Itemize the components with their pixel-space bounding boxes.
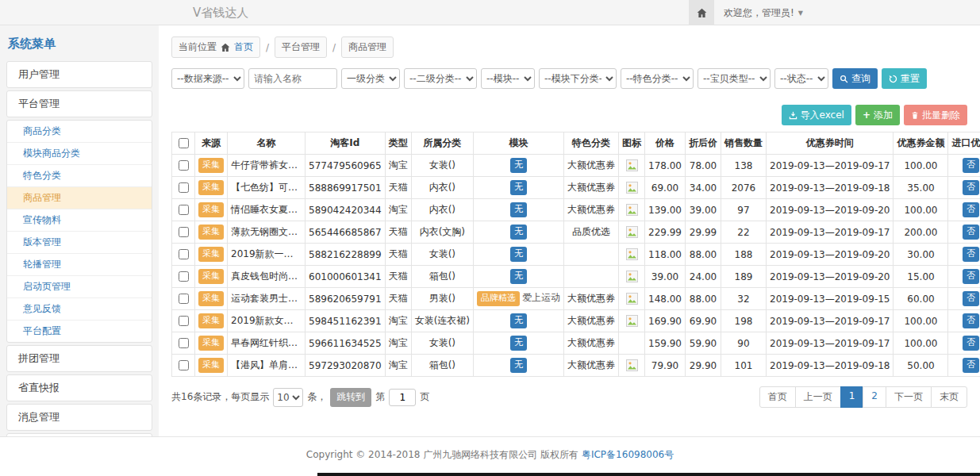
reset-button[interactable]: 重置: [882, 68, 927, 89]
refresh-icon: [889, 75, 897, 83]
breadcrumb-location-label: 当前位置: [179, 40, 217, 54]
row-checkbox[interactable]: [179, 182, 189, 193]
header-home-button[interactable]: [689, 0, 714, 25]
module-badge[interactable]: 无: [510, 202, 527, 217]
import-excel-button[interactable]: 导入excel: [782, 105, 851, 125]
row-checkbox[interactable]: [179, 227, 189, 237]
sidebar-subitem[interactable]: 商品分类: [7, 121, 152, 143]
module-badge[interactable]: 无: [510, 358, 527, 372]
sidebar-item[interactable]: 省直快报: [6, 374, 152, 401]
sidebar-subitem[interactable]: 特色分类: [7, 165, 152, 187]
row-checkbox[interactable]: [179, 249, 189, 259]
import-select-toggle[interactable]: 否: [963, 291, 979, 305]
product-image-icon: [626, 226, 638, 238]
name-search-input[interactable]: [248, 68, 337, 89]
module-badge[interactable]: 无: [510, 269, 527, 283]
module-badge[interactable]: 品牌精选: [477, 291, 520, 305]
import-select-toggle[interactable]: 否: [963, 358, 979, 372]
sidebar-item[interactable]: 拼团管理: [6, 345, 152, 372]
row-checkbox[interactable]: [179, 360, 189, 370]
sidebar-subitem[interactable]: 轮播管理: [7, 254, 152, 276]
sidebar-subitem[interactable]: 平台配置: [7, 321, 152, 342]
sales-count: 97: [721, 199, 767, 221]
pagination-button[interactable]: 1: [840, 386, 864, 408]
product-type: 天猫: [385, 177, 411, 199]
icp-link[interactable]: 粤ICP备16098006号: [582, 449, 674, 460]
import-select-toggle[interactable]: 否: [963, 336, 979, 350]
bottom-bar: [317, 473, 980, 476]
coupon-amount: 15.00: [894, 266, 948, 288]
pagination-button[interactable]: 首页: [759, 386, 796, 408]
row-checkbox[interactable]: [179, 294, 189, 304]
module-badge[interactable]: 无: [510, 336, 527, 350]
sidebar-subitem[interactable]: 宣传物料: [7, 209, 152, 232]
row-checkbox[interactable]: [179, 271, 189, 282]
discount-price: 29.99: [686, 221, 721, 244]
select-all-checkbox[interactable]: [179, 138, 189, 148]
coupon-amount: 50.00: [894, 355, 948, 377]
filter-select[interactable]: 一级分类: [341, 68, 400, 89]
coupon-amount: 200.00: [894, 221, 948, 244]
sidebar-subitem[interactable]: 模块商品分类: [7, 143, 152, 165]
source-badge: 采集: [198, 202, 224, 217]
taoke-id: 601000601341: [306, 266, 386, 288]
breadcrumb: 当前位置 首页 / 平台管理 / 商品管理: [171, 36, 967, 58]
breadcrumb-item-platform[interactable]: 平台管理: [275, 36, 327, 58]
data-source-select[interactable]: --数据来源--: [171, 68, 244, 89]
import-select-toggle[interactable]: 否: [963, 225, 979, 239]
user-menu[interactable]: 欢迎您，管理员! ▼: [714, 6, 813, 20]
sidebar-item[interactable]: 用户管理: [6, 61, 152, 88]
module-badge[interactable]: 无: [510, 158, 527, 172]
discount-price: 24.00: [686, 266, 721, 288]
pagination-button[interactable]: 上一页: [795, 386, 841, 408]
batch-delete-button[interactable]: 批量删除: [904, 105, 967, 125]
filter-select[interactable]: --模块下分类--: [539, 68, 617, 89]
sidebar-subitem[interactable]: 启动页管理: [7, 276, 152, 298]
sidebar-item[interactable]: 平台管理: [6, 90, 152, 117]
sidebar-item[interactable]: 消息管理: [6, 404, 152, 431]
filter-select[interactable]: --宝贝类型--: [698, 68, 771, 89]
import-select-toggle[interactable]: 否: [963, 202, 979, 217]
page-number-input[interactable]: [389, 389, 416, 406]
column-header: 折后价: [686, 132, 721, 155]
search-button[interactable]: 查询: [832, 68, 878, 89]
row-checkbox[interactable]: [179, 205, 189, 215]
row-checkbox[interactable]: [179, 316, 189, 326]
add-button[interactable]: + 添加: [855, 105, 900, 125]
import-select-toggle[interactable]: 否: [963, 269, 979, 283]
per-page-select[interactable]: 10: [273, 388, 303, 407]
product-name: 运动套装男士卫衣初秋...: [228, 288, 306, 310]
breadcrumb-home-link[interactable]: 首页: [234, 40, 253, 54]
pagination-button[interactable]: 2: [863, 386, 886, 408]
module-badge[interactable]: 无: [510, 313, 527, 328]
module-badge[interactable]: 无: [510, 180, 527, 194]
sidebar-item[interactable]: 订单管理: [6, 433, 152, 436]
coupon-time: 2019-09-13—2019-09-20: [767, 244, 894, 266]
filter-select[interactable]: --模块--: [481, 68, 535, 89]
import-select-toggle[interactable]: 否: [963, 247, 979, 261]
product-image-icon: [626, 248, 638, 260]
source-cell: 采集: [195, 310, 228, 332]
import-select-toggle[interactable]: 否: [963, 313, 979, 328]
row-checkbox[interactable]: [179, 338, 189, 348]
filter-select[interactable]: --状态--: [774, 68, 828, 89]
module-badge[interactable]: 无: [510, 247, 527, 261]
pagination-button[interactable]: 末页: [931, 386, 967, 408]
filter-select[interactable]: --二级分类--: [404, 68, 477, 89]
sidebar-subitem[interactable]: 意见反馈: [7, 298, 152, 321]
jump-button[interactable]: 跳转到: [330, 388, 371, 407]
product-image-cell: [619, 177, 645, 199]
column-header: 特色分类: [564, 132, 619, 155]
product-name: 2019新款一片式无...: [228, 244, 306, 266]
product-type: 天猫: [385, 266, 411, 288]
sidebar-subitem-active[interactable]: 商品管理: [7, 187, 152, 209]
import-select-toggle[interactable]: 否: [963, 158, 979, 172]
module-badge[interactable]: 无: [510, 225, 527, 239]
filter-select[interactable]: --特色分类--: [621, 68, 694, 89]
row-checkbox[interactable]: [179, 160, 189, 171]
import-select-toggle[interactable]: 否: [963, 180, 979, 194]
pagination-button[interactable]: 下一页: [886, 386, 932, 408]
sidebar-subitem[interactable]: 版本管理: [7, 232, 152, 254]
column-header: 所属分类: [411, 132, 473, 155]
breadcrumb-item-products[interactable]: 商品管理: [341, 36, 394, 58]
